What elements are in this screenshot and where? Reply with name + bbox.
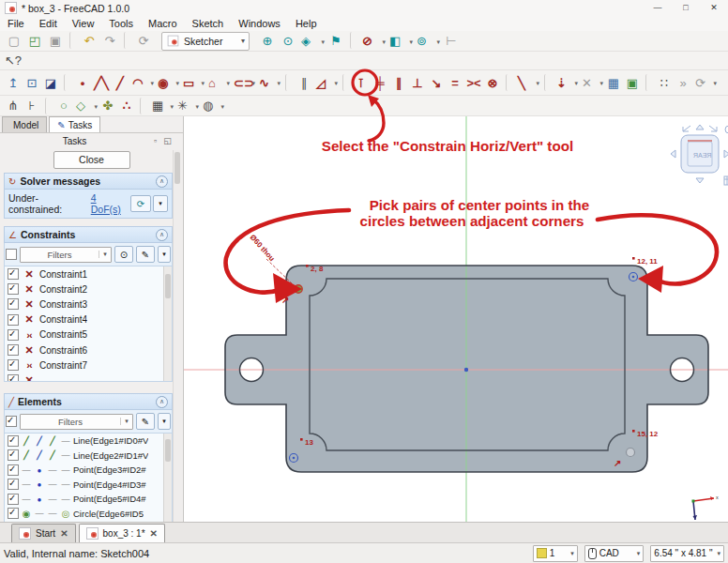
menu-item[interactable]: View: [65, 16, 102, 31]
constraint-checkbox[interactable]: [8, 374, 19, 382]
popout-panel-icon[interactable]: ◱: [161, 136, 174, 145]
element-checkbox[interactable]: [8, 435, 19, 447]
new-file-button[interactable]: ▢: [4, 32, 24, 51]
minimize-button[interactable]: —: [644, 0, 672, 16]
create-polyline-button[interactable]: ╱╲: [92, 73, 111, 92]
view-section-button[interactable]: ◪: [41, 73, 60, 92]
collapse-chevron-icon[interactable]: ∧: [156, 175, 168, 188]
measure-button[interactable]: ⊢: [441, 32, 462, 51]
element-row[interactable]: Line(Edge1#ID0#V: [5, 434, 172, 449]
close-task-button[interactable]: Close: [53, 151, 130, 169]
layer-selector[interactable]: 1 ▾: [533, 545, 578, 562]
constraints-settings-dropdown[interactable]: ▾: [158, 246, 171, 263]
constraint-row[interactable]: Constraint2: [5, 282, 172, 297]
bspline-info-button[interactable]: ∷: [655, 73, 674, 92]
leave-sketch-button[interactable]: ↥: [4, 73, 23, 92]
redo-button[interactable]: ↷: [99, 32, 120, 51]
axonometric-view-button[interactable]: ◈: [298, 32, 326, 51]
menu-item[interactable]: Windows: [231, 16, 288, 31]
elements-header[interactable]: ╱ Elements ∧: [4, 393, 173, 410]
constraint-row[interactable]: Constraint4: [5, 312, 172, 327]
whats-this-button[interactable]: ↖?: [4, 52, 23, 70]
constrain-lock-button[interactable]: ⊺: [352, 73, 371, 92]
internal-alignment-button[interactable]: ▣: [623, 73, 642, 92]
constraints-header[interactable]: ∠ Constraints ∧: [4, 226, 173, 243]
constraints-filter-checkbox[interactable]: [6, 249, 17, 260]
extend-edge-button[interactable]: ⊦: [23, 97, 41, 115]
fit-all-button[interactable]: ⊕: [257, 32, 278, 51]
toggle-active-constraint-button[interactable]: ✕: [579, 73, 604, 92]
constraint-row[interactable]: [5, 373, 172, 382]
snap-toggle-button[interactable]: ✳: [174, 97, 200, 115]
workbench-selector[interactable]: Sketcher ▾: [161, 32, 250, 51]
constraint-row[interactable]: Constraint5: [5, 327, 172, 342]
toggle-driving-constraint-button[interactable]: ⇣: [554, 73, 579, 92]
elements-filter-checkbox[interactable]: [6, 416, 17, 427]
constraint-checkbox[interactable]: [8, 314, 19, 326]
texture-view-button[interactable]: ◧: [387, 32, 414, 51]
element-checkbox[interactable]: [8, 508, 19, 519]
constraint-row[interactable]: Constraint1: [5, 266, 172, 282]
auto-update-refresh-button[interactable]: ⟳: [130, 195, 151, 212]
toggle-construction-button[interactable]: ◇: [73, 97, 99, 115]
scrollbar-thumb[interactable]: [174, 152, 180, 184]
nav-style-selector[interactable]: CAD ▾: [584, 545, 645, 562]
open-file-button[interactable]: ◰: [24, 32, 45, 51]
bspline-degree-button[interactable]: ✤: [99, 97, 117, 115]
element-checkbox[interactable]: [8, 449, 19, 461]
constraint-checkbox[interactable]: [8, 283, 19, 295]
menu-item[interactable]: Edit: [32, 16, 65, 31]
element-checkbox[interactable]: [8, 464, 19, 476]
element-row[interactable]: Line(Edge2#ID1#V: [5, 449, 172, 464]
collapse-chevron-icon[interactable]: ∧: [156, 229, 168, 241]
menu-item[interactable]: Sketch: [185, 16, 232, 31]
menu-item[interactable]: Macro: [141, 16, 185, 31]
create-point-button[interactable]: •: [73, 73, 92, 92]
corner-circle-top-left[interactable]: [295, 285, 302, 293]
document-tab[interactable]: Start ✕: [11, 524, 76, 542]
dimension-button[interactable]: ◿: [313, 73, 339, 92]
document-tab[interactable]: box_3 : 1* ✕: [79, 524, 165, 542]
menu-item[interactable]: File: [0, 16, 32, 31]
constraint-row[interactable]: Constraint6: [5, 342, 172, 358]
create-rectangle-button[interactable]: ▭: [180, 73, 205, 92]
element-checkbox[interactable]: [8, 494, 19, 505]
panel-tab[interactable]: ✎ Tasks: [49, 116, 100, 132]
grid-toggle-button[interactable]: ▦: [149, 97, 174, 115]
periodic-bspline-button[interactable]: ○: [54, 97, 73, 115]
refresh-button[interactable]: ⟳: [133, 32, 154, 51]
float-panel-icon[interactable]: ▫: [149, 136, 161, 145]
element-row[interactable]: Point(Edge3#ID2#: [5, 463, 172, 478]
constraint-row[interactable]: Constraint7: [5, 358, 172, 373]
constraint-checkbox[interactable]: [8, 344, 19, 356]
elements-filter-combo[interactable]: Filters ▾: [20, 414, 133, 430]
element-row[interactable]: Circle(Edge6#ID5: [5, 507, 172, 522]
element-row[interactable]: Point(Edge4#ID3#: [5, 478, 172, 493]
split-edge-button[interactable]: ⋔: [4, 97, 23, 115]
create-arc-button[interactable]: ◠: [129, 73, 155, 92]
solver-dropdown-button[interactable]: ▾: [153, 195, 168, 212]
close-window-button[interactable]: ✕: [700, 0, 728, 16]
dof-link[interactable]: 4 DoF(s): [91, 192, 127, 215]
collapse-chevron-icon[interactable]: ∧: [156, 396, 168, 408]
menu-item[interactable]: Help: [288, 16, 325, 31]
constrain-parallel-button[interactable]: ∥: [389, 73, 408, 92]
constrain-tangent-button[interactable]: ↘: [427, 73, 446, 92]
constraint-checkbox[interactable]: [8, 268, 19, 280]
element-checkbox[interactable]: [8, 479, 19, 490]
auto-constraints-button[interactable]: ╲: [515, 73, 540, 92]
close-tab-icon[interactable]: ✕: [150, 528, 158, 539]
sync-view-button[interactable]: ⚑: [326, 32, 346, 51]
elements-settings-dropdown[interactable]: ▾: [158, 413, 171, 430]
navigation-cube[interactable]: REAR: [671, 125, 728, 185]
constrain-equal-button[interactable]: =: [446, 73, 464, 92]
bspline-comb-button[interactable]: ∴: [117, 97, 136, 115]
construction-mode-button[interactable]: ∥: [295, 73, 313, 92]
viewport-size-selector[interactable]: 6.54 " x 4.81 " ▾: [650, 545, 724, 562]
constraints-settings-button[interactable]: ✎: [136, 246, 155, 263]
origin-point[interactable]: [464, 368, 468, 372]
menu-item[interactable]: Tools: [101, 16, 141, 31]
render-order-button[interactable]: ◍: [200, 97, 225, 115]
save-button[interactable]: ▣: [45, 32, 66, 51]
scrollbar-thumb[interactable]: [165, 439, 171, 462]
